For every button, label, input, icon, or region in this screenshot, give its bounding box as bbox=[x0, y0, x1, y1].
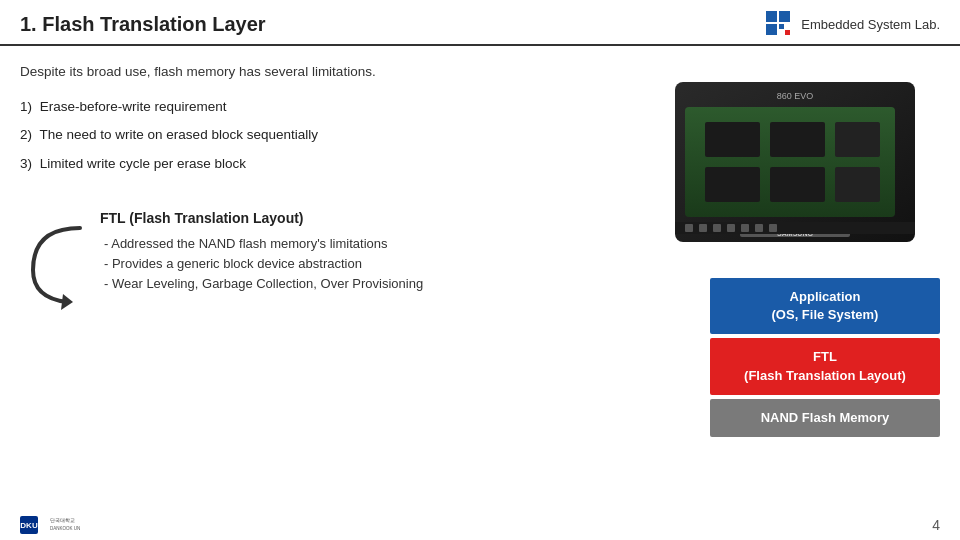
stack-boxes: Application (OS, File System) FTL (Flash… bbox=[710, 278, 940, 437]
box-app-line1: Application bbox=[790, 289, 861, 304]
svg-rect-4 bbox=[785, 30, 790, 35]
left-column: Despite its broad use, flash memory has … bbox=[20, 64, 620, 491]
svg-rect-16 bbox=[675, 222, 915, 234]
svg-rect-23 bbox=[769, 224, 777, 232]
limitations-list: 1) Erase-before-write requirement 2) The… bbox=[20, 97, 620, 182]
ftl-title: FTL (Flash Translation Layout) bbox=[100, 210, 620, 226]
list-text-2: The need to write on erased block sequen… bbox=[40, 127, 318, 142]
ftl-bullet-3: - Wear Leveling, Garbage Collection, Ove… bbox=[100, 276, 620, 291]
list-item-2: 2) The need to write on erased block seq… bbox=[20, 125, 620, 145]
logo-text: Embedded System Lab. bbox=[801, 17, 940, 32]
list-item-3: 3) Limited write cycle per erase block bbox=[20, 154, 620, 174]
ftl-bullet-2: - Provides a generic block device abstra… bbox=[100, 256, 620, 271]
box-ftl-line1: FTL bbox=[813, 349, 837, 364]
svg-rect-10 bbox=[835, 122, 880, 157]
svg-rect-0 bbox=[766, 11, 777, 22]
box-app-line2: (OS, File System) bbox=[772, 307, 879, 322]
main-content: Despite its broad use, flash memory has … bbox=[0, 46, 960, 501]
svg-rect-9 bbox=[770, 122, 825, 157]
curved-arrow-icon bbox=[25, 220, 95, 310]
lab-logo: Embedded System Lab. bbox=[765, 10, 940, 38]
svg-rect-13 bbox=[835, 167, 880, 202]
svg-rect-2 bbox=[766, 24, 777, 35]
list-text-1: Erase-before-write requirement bbox=[40, 99, 227, 114]
ftl-section: FTL (Flash Translation Layout) - Address… bbox=[20, 210, 620, 310]
svg-text:DANKOOK UNIVERSITY: DANKOOK UNIVERSITY bbox=[50, 526, 80, 531]
list-num-1: 1) bbox=[20, 99, 32, 114]
page-title: 1. Flash Translation Layer bbox=[20, 13, 266, 36]
svg-rect-3 bbox=[779, 24, 784, 29]
svg-rect-18 bbox=[699, 224, 707, 232]
stack-box-ftl: FTL (Flash Translation Layout) bbox=[710, 338, 940, 394]
svg-text:DKU: DKU bbox=[20, 521, 38, 530]
subtitle-text: Despite its broad use, flash memory has … bbox=[20, 64, 620, 79]
stack-box-nand: NAND Flash Memory bbox=[710, 399, 940, 437]
svg-rect-19 bbox=[713, 224, 721, 232]
list-num-3: 3) bbox=[20, 156, 32, 171]
page-number: 4 bbox=[932, 517, 940, 533]
svg-rect-1 bbox=[779, 11, 790, 22]
box-nand-text: NAND Flash Memory bbox=[761, 410, 890, 425]
ssd-image-area: SAMSUNG 860 EVO bbox=[650, 64, 940, 264]
university-logo-icon: DKU 단국대학교 DANKOOK UNIVERSITY bbox=[20, 514, 80, 536]
footer: DKU 단국대학교 DANKOOK UNIVERSITY 4 bbox=[0, 510, 960, 540]
list-item-1: 1) Erase-before-write requirement bbox=[20, 97, 620, 117]
svg-rect-20 bbox=[727, 224, 735, 232]
box-ftl-line2: (Flash Translation Layout) bbox=[744, 368, 906, 383]
stack-box-application: Application (OS, File System) bbox=[710, 278, 940, 334]
arrow-area bbox=[20, 210, 100, 310]
ftl-content: FTL (Flash Translation Layout) - Address… bbox=[100, 210, 620, 296]
ssd-image: SAMSUNG 860 EVO bbox=[655, 67, 935, 262]
svg-rect-12 bbox=[770, 167, 825, 202]
list-text-3: Limited write cycle per erase block bbox=[40, 156, 246, 171]
svg-text:단국대학교: 단국대학교 bbox=[50, 517, 75, 523]
svg-rect-8 bbox=[705, 122, 760, 157]
svg-text:860 EVO: 860 EVO bbox=[777, 91, 814, 101]
header: 1. Flash Translation Layer Embedded Syst… bbox=[0, 0, 960, 46]
logo-icon bbox=[765, 10, 793, 38]
svg-rect-21 bbox=[741, 224, 749, 232]
footer-logo: DKU 단국대학교 DANKOOK UNIVERSITY bbox=[20, 514, 80, 536]
list-num-2: 2) bbox=[20, 127, 32, 142]
svg-marker-5 bbox=[61, 294, 73, 310]
svg-rect-17 bbox=[685, 224, 693, 232]
right-column: SAMSUNG 860 EVO Application (OS, File Sy… bbox=[630, 64, 940, 491]
ftl-bullet-1: - Addressed the NAND flash memory's limi… bbox=[100, 236, 620, 251]
svg-rect-11 bbox=[705, 167, 760, 202]
svg-rect-22 bbox=[755, 224, 763, 232]
